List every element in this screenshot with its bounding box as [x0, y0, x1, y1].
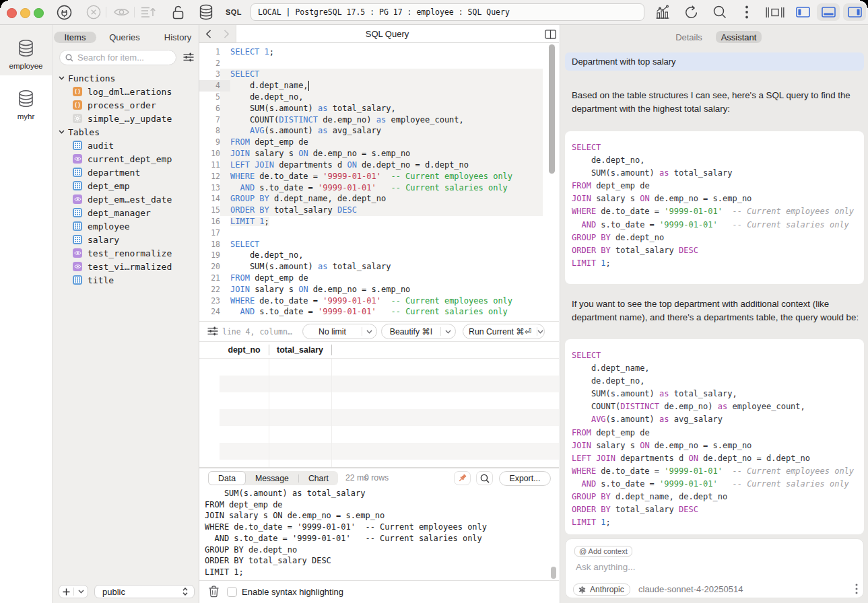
- assistant-code-block[interactable]: SELECT de.dept_no, SUM(s.amount) as tota…: [565, 131, 864, 284]
- message-scrollbar[interactable]: [551, 567, 556, 579]
- editor-line-19[interactable]: 19 de.dept_no,: [199, 250, 559, 261]
- results-grid[interactable]: dept_nototal_salary: [199, 341, 559, 468]
- editor-line-21[interactable]: 21FROM dept_emp de: [199, 273, 559, 284]
- assistant-composer[interactable]: @ Add context Ask anything... Anthropic …: [565, 538, 864, 598]
- conversation-title[interactable]: Department with top salary: [565, 52, 864, 71]
- more-icon[interactable]: [741, 0, 753, 24]
- search-input[interactable]: Search for item...: [59, 50, 176, 65]
- panel-tab-assistant[interactable]: Assistant: [716, 31, 762, 43]
- lock-icon[interactable]: [170, 0, 185, 24]
- tree-item-dept_manager[interactable]: dept_manager: [53, 206, 199, 219]
- editor-line-6[interactable]: 6 SUM(s.amount) as total_salary,: [199, 103, 559, 114]
- disconnect-icon[interactable]: [86, 0, 102, 24]
- table-row[interactable]: [220, 376, 559, 392]
- editor-line-1[interactable]: 1SELECT 1;: [199, 46, 559, 58]
- tree-item-dept_em_est_date[interactable]: dept_em…est_date: [53, 192, 199, 206]
- editor-line-4[interactable]: 4 d.dept_name,: [199, 80, 559, 92]
- tree-section-tables[interactable]: Tables: [53, 125, 199, 139]
- column-divider[interactable]: [331, 345, 332, 355]
- editor-line-15[interactable]: 15ORDER BY total_salary DESC: [199, 205, 559, 216]
- tree-item-audit[interactable]: audit: [53, 139, 199, 152]
- tree-item-log_dml_erations[interactable]: ()log_dml…erations: [53, 85, 199, 98]
- split-view-icon[interactable]: [541, 28, 559, 40]
- sql-editor[interactable]: 1SELECT 1;23SELECT4 d.dept_name,5 de.dep…: [199, 43, 559, 324]
- tree-item-title[interactable]: title: [53, 273, 199, 287]
- beautify-button[interactable]: Beautify ⌘I: [381, 324, 456, 339]
- table-row[interactable]: [220, 392, 559, 409]
- editor-line-14[interactable]: 14GROUP BY d.dept_name, de.dept_no: [199, 193, 559, 205]
- run-current-button[interactable]: Run Current ⌘⏎: [463, 324, 545, 339]
- sidebar-tab-history[interactable]: History: [158, 32, 198, 43]
- editor-line-2[interactable]: 2: [199, 58, 559, 69]
- editor-scrollbar[interactable]: [549, 44, 555, 174]
- log-icon[interactable]: [139, 0, 157, 24]
- sidebar-tab-queries[interactable]: Queries: [104, 32, 145, 43]
- table-row[interactable]: [220, 443, 559, 460]
- tree-section-functions[interactable]: Functions: [53, 71, 199, 85]
- editor-line-23[interactable]: 23WHERE de.to_date = '9999-01-01' -- Cur…: [199, 295, 559, 307]
- editor-line-22[interactable]: 22JOIN salary s ON de.emp_no = s.emp_no: [199, 284, 559, 295]
- focus-icon[interactable]: [765, 0, 785, 24]
- forward-icon[interactable]: [218, 30, 236, 38]
- database-icon[interactable]: [198, 0, 214, 24]
- search-results-button[interactable]: [476, 471, 493, 485]
- toggle-bottom-panel-button[interactable]: [817, 3, 840, 21]
- tree-item-employee[interactable]: employee: [53, 219, 199, 233]
- search-icon[interactable]: [711, 0, 729, 24]
- editor-line-8[interactable]: 8 AVG(s.amount) as avg_salary: [199, 125, 559, 137]
- chart-icon[interactable]: [654, 0, 671, 24]
- editor-line-17[interactable]: 17: [199, 227, 559, 239]
- table-row[interactable]: [220, 409, 559, 426]
- editor-settings-icon[interactable]: [207, 326, 218, 336]
- table-row[interactable]: [220, 426, 559, 443]
- tree-item-current_dept_emp[interactable]: current_dept_emp: [53, 152, 199, 166]
- editor-line-7[interactable]: 7 COUNT(DISTINCT de.emp_no) as employee_…: [199, 114, 559, 126]
- assistant-code-block[interactable]: SELECT d.dept_name, de.dept_no, SUM(s.am…: [565, 339, 864, 534]
- add-item-button[interactable]: [59, 585, 88, 598]
- tree-item-department[interactable]: department: [53, 166, 199, 179]
- tree-item-test_renormalize[interactable]: test_renormalize: [53, 246, 199, 260]
- tree-item-simple__y_update[interactable]: simple_…y_update: [53, 112, 199, 125]
- column-header-dept_no[interactable]: dept_no: [220, 342, 269, 358]
- tree-item-salary[interactable]: salary: [53, 233, 199, 246]
- back-icon[interactable]: [199, 30, 218, 38]
- add-context-button[interactable]: @ Add context: [574, 546, 632, 557]
- column-header-total_salary[interactable]: total_salary: [269, 342, 331, 358]
- toggle-left-panel-button[interactable]: [791, 3, 814, 21]
- message-panel[interactable]: SUM(s.amount) as total_salaryFROM dept_e…: [199, 487, 559, 581]
- sidebar-tab-items[interactable]: Items: [54, 32, 96, 43]
- editor-line-24[interactable]: 24 AND s.to_date = '9999-01-01' -- Curre…: [199, 306, 559, 318]
- connection-employee[interactable]: employee: [0, 25, 52, 75]
- editor-line-3[interactable]: 3SELECT: [199, 69, 559, 80]
- editor-line-18[interactable]: 18SELECT: [199, 239, 559, 250]
- connect-plug-icon[interactable]: [56, 0, 72, 24]
- ask-input[interactable]: Ask anything...: [576, 562, 636, 572]
- limit-select-button[interactable]: No limit: [302, 324, 377, 339]
- tree-item-process_order[interactable]: ()process_order: [53, 98, 199, 112]
- schema-select[interactable]: public: [94, 585, 195, 598]
- editor-line-20[interactable]: 20 SUM(s.amount) as total_salary: [199, 261, 559, 273]
- composer-more-icon[interactable]: [855, 583, 858, 594]
- trash-icon[interactable]: [208, 586, 220, 598]
- syntax-highlighting-checkbox[interactable]: [227, 587, 237, 597]
- connection-myhr[interactable]: myhr: [0, 75, 52, 126]
- editor-line-10[interactable]: 10JOIN salary s ON de.emp_no = s.emp_no: [199, 148, 559, 159]
- filter-icon[interactable]: [182, 46, 195, 68]
- refresh-icon[interactable]: [682, 0, 700, 24]
- editor-line-9[interactable]: 9FROM dept_emp de: [199, 137, 559, 148]
- result-tab-data[interactable]: Data: [208, 471, 246, 485]
- table-row[interactable]: [220, 359, 559, 376]
- eye-icon[interactable]: [112, 0, 130, 24]
- panel-tab-details[interactable]: Details: [672, 31, 706, 43]
- result-tab-message[interactable]: Message: [246, 471, 298, 485]
- editor-line-11[interactable]: 11LEFT JOIN departments d ON de.dept_no …: [199, 159, 559, 171]
- result-tab-chart[interactable]: Chart: [299, 471, 338, 485]
- close-window-button[interactable]: [7, 8, 17, 18]
- sql-mode-badge[interactable]: SQL: [224, 0, 244, 24]
- pin-button[interactable]: [454, 471, 471, 485]
- provider-select[interactable]: Anthropic: [573, 583, 630, 596]
- tree-item-dept_emp[interactable]: dept_emp: [53, 179, 199, 192]
- export-button[interactable]: Export...: [499, 471, 551, 486]
- zoom-window-button[interactable]: [34, 8, 44, 18]
- editor-line-12[interactable]: 12WHERE de.to_date = '9999-01-01' -- Cur…: [199, 171, 559, 182]
